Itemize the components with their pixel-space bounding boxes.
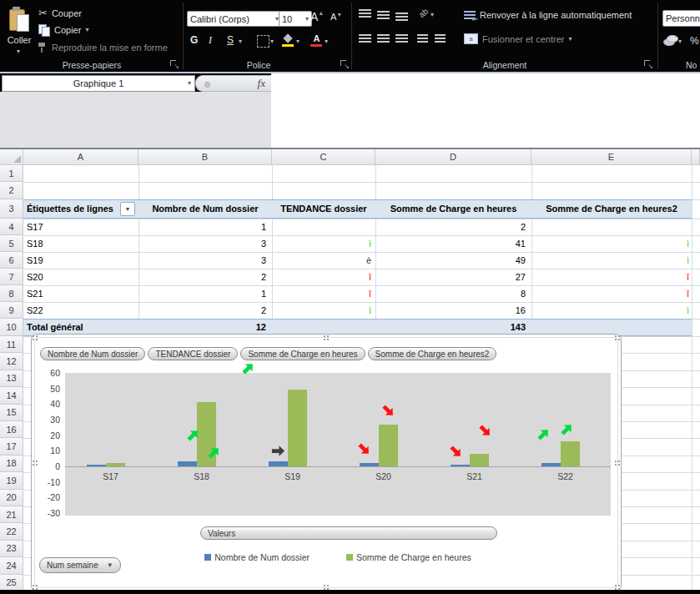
underline-button[interactable]: S: [227, 34, 234, 46]
chart-field-button[interactable]: TENDANCE dossier: [148, 347, 238, 360]
chart-field-button[interactable]: Somme de Charge en heures2: [368, 347, 497, 360]
row-header-14[interactable]: 14: [0, 387, 23, 404]
chart-field-button[interactable]: Nombre de Num dossier: [40, 347, 145, 360]
row-header-19[interactable]: 19: [0, 472, 23, 489]
column-header-E[interactable]: E: [531, 149, 692, 165]
dialog-launcher-icon[interactable]: [170, 60, 179, 68]
chart-selection-handle[interactable]: [32, 460, 38, 466]
merge-center-button[interactable]: a Fusionner et centrer ▾: [464, 33, 572, 44]
accounting-format-icon[interactable]: [662, 34, 677, 46]
chevron-down-icon: ▾: [239, 38, 242, 45]
format-painter-icon: [37, 42, 48, 53]
legend-item: Somme de Charge en heures: [346, 552, 471, 562]
row-header-7[interactable]: 7: [0, 269, 23, 285]
shrink-font-button[interactable]: A▼: [330, 12, 342, 22]
bold-button[interactable]: G: [190, 34, 198, 46]
row-header-3[interactable]: 3: [0, 199, 23, 219]
pivot-chart[interactable]: NOMBRE DE OF 6050403020100-10-20-30S17S1…: [31, 334, 622, 591]
row-header-16[interactable]: 16: [0, 421, 23, 438]
row-header-18[interactable]: 18: [0, 456, 23, 472]
percent-style-button[interactable]: %: [690, 35, 699, 47]
bar-Somme-de-Charge-en-heures[interactable]: [379, 425, 398, 466]
row-header-9[interactable]: 9: [0, 302, 23, 319]
row-header-5[interactable]: 5: [0, 235, 23, 252]
bar-Somme-de-Charge-en-heures[interactable]: [561, 441, 580, 466]
chart-selection-handle[interactable]: [32, 335, 38, 341]
pivot-hours-cell: 8: [375, 285, 531, 302]
align-center-icon[interactable]: [377, 34, 390, 43]
formula-input[interactable]: [271, 73, 700, 93]
dialog-launcher-icon[interactable]: [340, 60, 349, 68]
orientation-icon[interactable]: ab: [417, 7, 431, 20]
column-header-partial[interactable]: [692, 149, 700, 165]
chevron-down-icon: ▾: [188, 80, 191, 87]
row-header-25[interactable]: 25: [0, 575, 23, 591]
bar-Somme-de-Charge-en-heures[interactable]: [470, 454, 489, 466]
grow-font-button[interactable]: A▲: [310, 10, 324, 23]
column-header-D[interactable]: D: [375, 149, 531, 165]
legend-field-button[interactable]: Num semaine▼: [39, 557, 121, 573]
trend2-glyph: î: [531, 269, 692, 285]
pivot-count-cell: 1: [138, 285, 272, 302]
select-all-corner[interactable]: [0, 149, 23, 165]
legend-item: Nombre de Num dossier: [204, 552, 310, 562]
formula-bar-splitter[interactable]: fx: [195, 75, 272, 92]
axis-field-button[interactable]: Valeurs: [200, 526, 497, 540]
chart-selection-handle[interactable]: [323, 335, 330, 341]
row-header-11[interactable]: 11: [0, 336, 23, 353]
y-axis-tick-label: -30: [33, 508, 60, 518]
filter-dropdown-button[interactable]: ▼: [120, 202, 135, 216]
align-right-icon[interactable]: [395, 34, 408, 43]
row-header-22[interactable]: 22: [0, 523, 23, 540]
paste-button[interactable]: Coller ▾: [2, 5, 37, 68]
name-box-value: Graphique 1: [73, 78, 124, 88]
row-header-6[interactable]: 6: [0, 252, 23, 269]
name-box[interactable]: Graphique 1 ▾: [2, 75, 195, 92]
fx-icon[interactable]: fx: [258, 77, 265, 90]
row-header-23[interactable]: 23: [0, 541, 23, 557]
bar-Somme-de-Charge-en-heures[interactable]: [288, 390, 307, 466]
legend-swatch: [204, 554, 211, 561]
row-header-21[interactable]: 21: [0, 506, 23, 523]
wrap-text-button[interactable]: Renvoyer à la ligne automatiquement: [464, 10, 632, 20]
formula-bar-row: Graphique 1 ▾ fx: [0, 73, 700, 92]
font-size-combo[interactable]: 10 ▾: [279, 11, 312, 27]
y-axis-tick-label: 30: [33, 415, 60, 425]
row-header-10[interactable]: 10: [0, 319, 23, 336]
row-header-24[interactable]: 24: [0, 557, 23, 574]
font-color-icon[interactable]: A: [310, 33, 323, 47]
align-top-icon[interactable]: [359, 9, 371, 18]
row-header-15[interactable]: 15: [0, 405, 23, 421]
chart-field-button[interactable]: Somme de Charge en heures: [240, 347, 365, 360]
chevron-down-icon: ▾: [305, 16, 309, 23]
chart-selection-handle[interactable]: [614, 460, 621, 466]
align-bottom-icon[interactable]: [395, 13, 408, 21]
cut-button[interactable]: ✂ Couper: [38, 8, 82, 18]
row-header-4[interactable]: 4: [0, 219, 23, 235]
column-header-B[interactable]: B: [138, 149, 272, 165]
increase-indent-icon[interactable]: [435, 34, 446, 43]
dialog-launcher-icon[interactable]: [644, 60, 652, 68]
row-header-17[interactable]: 17: [0, 438, 23, 455]
column-header-A[interactable]: A: [23, 149, 138, 165]
align-left-icon[interactable]: [359, 34, 371, 43]
column-header-C[interactable]: C: [272, 149, 375, 165]
fill-color-icon[interactable]: [282, 34, 295, 47]
decrease-indent-icon[interactable]: [417, 34, 428, 43]
formula-bar-expanded[interactable]: [271, 92, 700, 148]
font-name-combo[interactable]: Calibri (Corps) ▾: [187, 11, 282, 27]
row-header-2[interactable]: 2: [0, 182, 23, 199]
format-painter-button[interactable]: Reproduire la mise en forme: [37, 42, 168, 53]
row-header-13[interactable]: 13: [0, 370, 23, 387]
row-header-1[interactable]: 1: [0, 165, 23, 182]
chart-selection-handle[interactable]: [614, 335, 621, 341]
row-header-20[interactable]: 20: [0, 490, 23, 506]
italic-button[interactable]: I: [209, 34, 212, 47]
copy-button[interactable]: Copier ▾: [38, 24, 88, 36]
row-header-12[interactable]: 12: [0, 353, 23, 370]
borders-icon[interactable]: [257, 35, 269, 48]
number-format-combo[interactable]: Personna: [662, 10, 700, 27]
row-header-8[interactable]: 8: [0, 285, 23, 302]
align-middle-icon[interactable]: [377, 11, 390, 19]
legend-field-label: Num semaine: [47, 561, 98, 570]
